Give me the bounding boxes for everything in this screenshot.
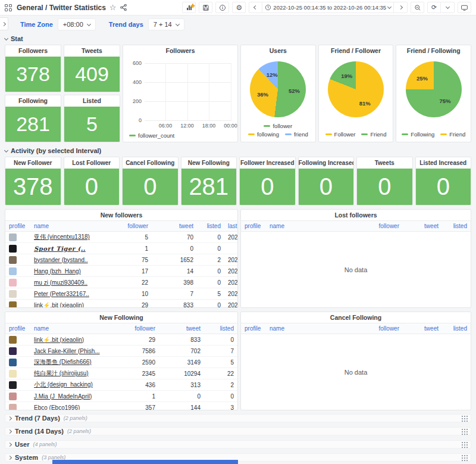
refresh-button[interactable]: ⟳: [427, 2, 441, 13]
panel-title[interactable]: New Follower: [5, 157, 61, 169]
collapsed-row[interactable]: User (4 panels): [5, 440, 471, 449]
column-header[interactable]: follower: [107, 221, 152, 232]
panel-title[interactable]: Users: [241, 45, 315, 57]
panel-title[interactable]: New followers: [5, 210, 237, 220]
avatar[interactable]: [9, 256, 17, 264]
panel-title[interactable]: Followers: [5, 45, 61, 57]
column-header[interactable]: listed: [442, 221, 471, 232]
breadcrumb[interactable]: General / Twitter Statistics: [17, 4, 106, 12]
avatar[interactable]: [9, 347, 17, 355]
column-header[interactable]: tweet: [403, 323, 442, 334]
drag-handle-icon[interactable]: [461, 428, 468, 435]
user-link[interactable]: 小北 (design_hacking): [34, 381, 93, 388]
panel-title[interactable]: Listed: [64, 95, 120, 107]
column-header[interactable]: follower: [114, 323, 159, 334]
user-link[interactable]: Ebco (Ebco1996): [34, 404, 80, 411]
column-header[interactable]: last: [224, 221, 237, 232]
panel-title[interactable]: Followers: [123, 45, 237, 57]
panel-title[interactable]: Following: [5, 95, 61, 107]
legend-item[interactable]: following: [248, 131, 279, 138]
avatar[interactable]: [9, 393, 17, 400]
column-header[interactable]: profile: [241, 323, 266, 334]
user-link[interactable]: mu zi (muzi930409..: [34, 279, 87, 286]
column-header[interactable]: listed: [204, 323, 237, 334]
time-back-button[interactable]: [249, 2, 262, 13]
column-header[interactable]: tweet: [159, 323, 204, 334]
avatar[interactable]: [9, 279, 17, 287]
avatar[interactable]: [9, 381, 17, 389]
time-forward-button[interactable]: [394, 2, 408, 13]
star-icon[interactable]: ☆: [109, 4, 117, 11]
avatar[interactable]: [9, 301, 17, 309]
user-link[interactable]: bystander (bystand..: [34, 257, 88, 263]
collapsed-row[interactable]: Trend (14 Days) (2 panels): [5, 427, 471, 435]
column-header[interactable]: listed: [442, 323, 471, 334]
drag-handle-icon[interactable]: [461, 441, 468, 448]
save-dashboard-button[interactable]: [199, 2, 212, 13]
legend-item[interactable]: Friend: [440, 131, 465, 138]
legend-item[interactable]: Follower: [325, 131, 356, 138]
avatar[interactable]: [9, 245, 17, 253]
tv-kiosk-button[interactable]: [458, 2, 471, 13]
avatar[interactable]: [9, 359, 17, 366]
zoom-out-time-button[interactable]: [411, 2, 424, 13]
panel-title[interactable]: Cancel Following: [123, 157, 178, 169]
legend-item[interactable]: Friend: [361, 131, 386, 138]
column-header[interactable]: name: [266, 221, 349, 232]
column-header[interactable]: follower: [349, 323, 403, 334]
user-link[interactable]: Jack Fake-Killer (Phish...: [34, 348, 100, 354]
user-link[interactable]: Peter (Peter332167..: [34, 291, 89, 297]
user-link[interactable]: 深海墨鱼 (Diefish666): [34, 359, 92, 365]
panel-title[interactable]: Cancel Following: [241, 312, 471, 323]
panel-title[interactable]: Following Increased: [299, 157, 354, 169]
user-link[interactable]: link⚡.bit (xieaolin): [34, 337, 84, 343]
time-range-button[interactable]: 2022-10-25 00:14:35 to 2022-10-26 00:14:…: [262, 2, 394, 13]
legend-item[interactable]: Following: [402, 131, 434, 138]
panel-title[interactable]: Tweets: [64, 45, 120, 57]
panel-title[interactable]: Lost Follower: [64, 157, 120, 169]
collapsed-row[interactable]: Trend (7 Days) (2 panels): [5, 414, 471, 422]
column-header[interactable]: name: [266, 323, 349, 334]
column-header[interactable]: tweet: [152, 221, 197, 232]
panel-title[interactable]: Friend / Follower: [319, 45, 393, 57]
panel-title[interactable]: Friend / Following: [396, 45, 471, 57]
row-toggle-activity[interactable]: Activity (by selected Interval): [5, 146, 471, 155]
column-header[interactable]: profile: [241, 221, 266, 232]
user-link[interactable]: Hang (bzh_Hang): [34, 268, 81, 275]
user-link[interactable]: 纯白果汁 (shiroijusu): [34, 370, 89, 376]
share-icon[interactable]: [120, 4, 127, 11]
user-link[interactable]: 亚伟 (vincentxu1318): [34, 233, 90, 240]
column-header[interactable]: profile: [5, 323, 30, 334]
user-link[interactable]: J.Mia (J_MadeInApril): [34, 393, 92, 400]
trend-days-select[interactable]: 7 + 14: [148, 18, 184, 30]
panel-title[interactable]: New Following: [181, 157, 237, 169]
panel-title[interactable]: Listed Increased: [416, 157, 471, 169]
panel-title[interactable]: Follower Increased: [240, 157, 295, 169]
drag-handle-icon[interactable]: [461, 454, 468, 461]
avatar[interactable]: [9, 370, 17, 378]
column-header[interactable]: follower: [349, 221, 403, 232]
refresh-interval-dropdown[interactable]: [441, 2, 455, 13]
legend-item[interactable]: friend: [285, 131, 308, 138]
panel-title[interactable]: Lost followers: [241, 210, 471, 220]
column-header[interactable]: name: [30, 323, 114, 334]
sidebar-expand-toggle[interactable]: [0, 17, 8, 30]
column-header[interactable]: profile: [5, 221, 30, 232]
avatar[interactable]: [9, 336, 17, 344]
dashboard-grid-icon[interactable]: [5, 4, 12, 11]
avatar[interactable]: [9, 267, 17, 275]
add-panel-button[interactable]: ✚: [182, 2, 196, 13]
user-link[interactable]: Sport Tiger (..: [34, 245, 86, 252]
avatar[interactable]: [9, 404, 17, 411]
panel-title[interactable]: Tweets: [357, 157, 412, 169]
avatar[interactable]: [9, 290, 17, 298]
avatar[interactable]: [9, 233, 17, 241]
row-toggle-stat[interactable]: Stat: [5, 34, 471, 43]
drag-handle-icon[interactable]: [461, 415, 468, 422]
user-link[interactable]: link⚡.bit (xieaolin): [34, 302, 84, 309]
panel-title[interactable]: New Following: [5, 312, 237, 323]
legend-item[interactable]: follower: [264, 123, 292, 129]
column-header[interactable]: tweet: [403, 221, 442, 232]
dashboard-settings-button[interactable]: ⚙: [232, 2, 246, 13]
column-header[interactable]: listed: [197, 221, 224, 232]
